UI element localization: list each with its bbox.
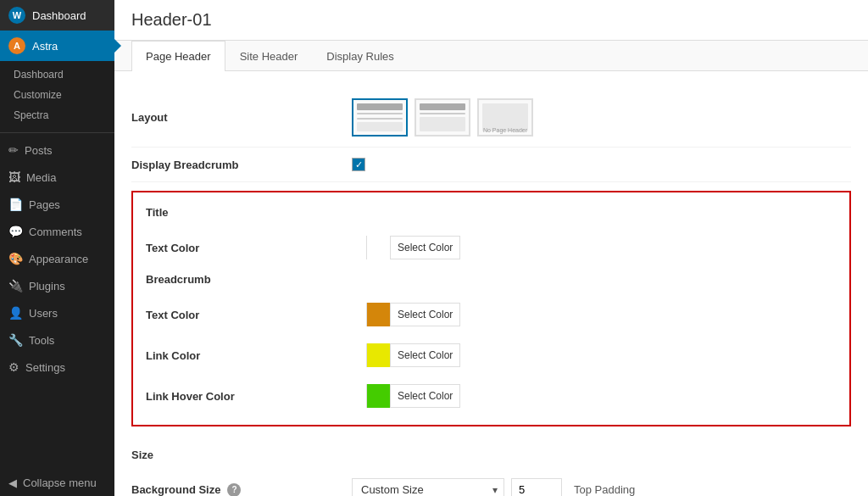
page-title: Header-01 (131, 10, 851, 30)
breadcrumb-link-hover-row: Link Hover Color Select Color (146, 376, 837, 416)
wordpress-icon: W (8, 7, 25, 24)
title-text-color-label: Text Color (146, 242, 366, 254)
layout-options: No Page Header (352, 98, 533, 137)
breadcrumb-text-color-label: Text Color (146, 309, 366, 321)
title-text-color-control: Select Color (366, 236, 837, 259)
breadcrumb-link-hover-picker[interactable]: Select Color (366, 384, 460, 408)
title-text-color-row: Text Color Select Color (146, 227, 837, 268)
layout-control: No Page Header (352, 98, 851, 137)
sidebar-settings-label: Settings (25, 361, 65, 374)
breadcrumb-text-color-row: Text Color Select Color (146, 294, 837, 335)
top-padding-label: Top Padding (574, 483, 635, 496)
main-content: Header-01 Page Header Site Header Displa… (114, 0, 868, 496)
background-size-row: Background Size ? Custom Size Cover Cont… (131, 470, 851, 496)
breadcrumb-label: Display Breadcrumb (131, 159, 352, 171)
size-section-heading: Size (131, 443, 851, 470)
sidebar-astra-label: Astra (32, 40, 58, 53)
breadcrumb-row: Display Breadcrumb ✓ (131, 148, 851, 182)
size-section: Size Background Size ? Custom Size Cover… (131, 435, 851, 496)
sidebar-comments-label: Comments (29, 226, 82, 238)
content-area: Layout (114, 71, 868, 496)
tab-page-header[interactable]: Page Header (131, 41, 225, 71)
plugins-icon: 🔌 (8, 279, 23, 293)
breadcrumb-text-color-control: Select Color (366, 303, 837, 326)
sidebar-dashboard-item[interactable]: W Dashboard (0, 0, 114, 31)
help-icon[interactable]: ? (227, 483, 241, 497)
sidebar-divider (0, 132, 114, 133)
bg-size-control: Custom Size Cover Contain Auto ▾ Top Pad… (352, 478, 851, 496)
sidebar-item-posts[interactable]: ✏ Posts (0, 137, 114, 164)
breadcrumb-text-color-swatch (367, 303, 391, 326)
tools-icon: 🔧 (8, 333, 23, 347)
sidebar-sub-menu: Dashboard Customize Spectra (0, 61, 114, 129)
breadcrumb-link-hover-btn-label: Select Color (391, 390, 459, 402)
pages-icon: 📄 (8, 198, 23, 211)
breadcrumb-link-hover-label: Link Hover Color (146, 390, 366, 403)
appearance-icon: 🎨 (8, 252, 23, 265)
sidebar-appearance-label: Appearance (29, 253, 88, 265)
breadcrumb-colors-heading: Breadcrumb (146, 268, 837, 294)
sidebar-item-tools[interactable]: 🔧 Tools (0, 326, 114, 354)
layout-option-2[interactable] (415, 98, 470, 137)
tab-display-rules[interactable]: Display Rules (312, 41, 408, 71)
sidebar-media-label: Media (26, 171, 56, 184)
astra-icon: A (8, 37, 25, 54)
top-padding-input[interactable] (511, 478, 562, 496)
sidebar-pages-label: Pages (29, 198, 60, 211)
title-color-picker[interactable]: Select Color (366, 236, 460, 259)
bg-size-label: Background Size ? (131, 483, 352, 497)
settings-icon: ⚙ (8, 360, 19, 374)
breadcrumb-link-hover-control: Select Color (366, 384, 837, 408)
title-section-heading: Title (146, 201, 837, 227)
sidebar-users-label: Users (29, 307, 58, 320)
bg-size-text: Background Size (131, 483, 220, 496)
collapse-menu-button[interactable]: ◀ Collapse menu (0, 470, 114, 496)
sidebar-item-pages[interactable]: 📄 Pages (0, 191, 114, 218)
sidebar-tools-label: Tools (29, 334, 54, 347)
layout-label: Layout (131, 111, 352, 124)
layout-row: Layout (131, 88, 851, 148)
sidebar: W Dashboard A Astra Dashboard Customize … (0, 0, 114, 496)
breadcrumb-text-color-btn-label: Select Color (391, 309, 459, 320)
title-color-btn-label: Select Color (391, 242, 459, 254)
dropdown-wrapper: Custom Size Cover Contain Auto ▾ (352, 478, 504, 496)
sidebar-sub-dashboard[interactable]: Dashboard (0, 64, 114, 85)
tab-site-header[interactable]: Site Header (225, 41, 313, 71)
bg-size-dropdown[interactable]: Custom Size Cover Contain Auto (352, 478, 504, 496)
breadcrumb-link-color-control: Select Color (366, 343, 837, 367)
posts-icon: ✏ (8, 143, 19, 157)
breadcrumb-link-color-swatch (367, 343, 391, 367)
sidebar-sub-customize[interactable]: Customize (0, 85, 114, 105)
sidebar-astra-item[interactable]: A Astra (0, 31, 114, 61)
breadcrumb-link-color-btn-label: Select Color (391, 349, 459, 361)
no-page-header-label: No Page Header (479, 127, 531, 133)
layout-option-3[interactable]: No Page Header (477, 98, 533, 137)
collapse-icon: ◀ (8, 476, 17, 489)
sidebar-item-appearance[interactable]: 🎨 Appearance (0, 245, 114, 272)
breadcrumb-control: ✓ (352, 158, 851, 171)
breadcrumb-link-color-picker[interactable]: Select Color (366, 343, 460, 367)
breadcrumb-link-color-row: Link Color Select Color (146, 335, 837, 376)
highlighted-section: Title Text Color Select Color Breadcrumb… (131, 191, 851, 426)
title-color-swatch (367, 236, 391, 259)
breadcrumb-link-hover-swatch (367, 384, 391, 408)
users-icon: 👤 (8, 306, 23, 320)
sidebar-sub-spectra[interactable]: Spectra (0, 105, 114, 125)
sidebar-posts-label: Posts (25, 144, 53, 157)
sidebar-item-media[interactable]: 🖼 Media (0, 164, 114, 191)
media-icon: 🖼 (8, 170, 20, 184)
tabs-bar: Page Header Site Header Display Rules (114, 41, 868, 71)
sidebar-plugins-label: Plugins (29, 280, 65, 293)
breadcrumb-text-color-picker[interactable]: Select Color (366, 303, 460, 326)
sidebar-item-users[interactable]: 👤 Users (0, 299, 114, 326)
sidebar-item-settings[interactable]: ⚙ Settings (0, 354, 114, 381)
collapse-label: Collapse menu (23, 476, 97, 489)
sidebar-item-comments[interactable]: 💬 Comments (0, 218, 114, 245)
sidebar-item-plugins[interactable]: 🔌 Plugins (0, 272, 114, 299)
layout-option-1[interactable] (352, 98, 408, 137)
sidebar-dashboard-label: Dashboard (32, 9, 86, 22)
breadcrumb-checkbox[interactable]: ✓ (352, 158, 365, 171)
comments-icon: 💬 (8, 225, 23, 238)
page-title-bar: Header-01 (114, 0, 868, 41)
breadcrumb-link-color-label: Link Color (146, 349, 366, 362)
